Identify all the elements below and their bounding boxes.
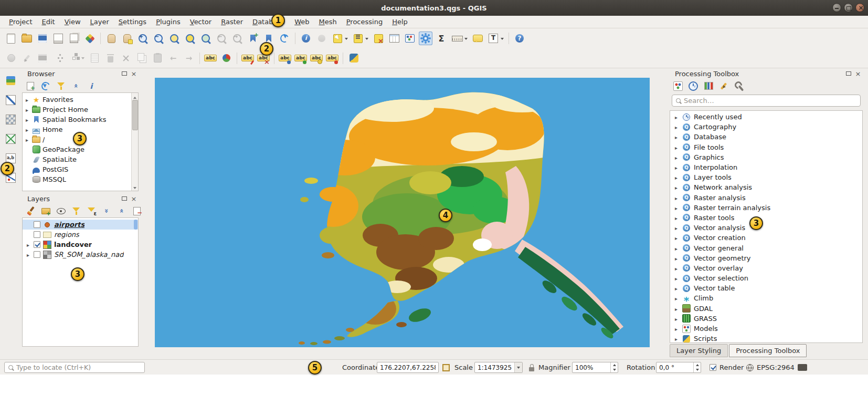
chevron-right-icon[interactable] bbox=[673, 315, 679, 323]
map-canvas[interactable] bbox=[155, 78, 650, 347]
processing-group-gdal[interactable]: GDAL bbox=[670, 304, 862, 314]
chevron-right-icon[interactable] bbox=[24, 126, 30, 133]
spin-up-icon[interactable] bbox=[694, 362, 701, 368]
new-spatial-bookmark-icon[interactable] bbox=[246, 32, 260, 45]
chevron-right-icon[interactable] bbox=[673, 335, 679, 342]
close-icon[interactable] bbox=[855, 3, 864, 12]
browser-item-geopackage[interactable]: GeoPackage bbox=[23, 144, 138, 154]
filter-browser-icon[interactable] bbox=[56, 81, 66, 91]
browser-item-mssql[interactable]: MSSQL bbox=[23, 174, 138, 184]
dropdown-arrow-icon[interactable] bbox=[364, 32, 369, 45]
locate-input[interactable] bbox=[16, 364, 141, 371]
zoom-out-icon[interactable] bbox=[152, 32, 165, 45]
chevron-right-icon[interactable] bbox=[673, 224, 679, 232]
refresh-browser-icon[interactable] bbox=[40, 81, 51, 91]
add-feature-icon[interactable] bbox=[51, 51, 65, 65]
pan-map-icon[interactable] bbox=[104, 32, 118, 45]
dropdown-arrow-icon[interactable] bbox=[344, 32, 349, 45]
scroll-down-icon[interactable] bbox=[132, 184, 139, 191]
processing-group-scripts[interactable]: Scripts bbox=[670, 334, 862, 343]
layer-item-regions[interactable]: regions bbox=[23, 230, 138, 240]
menu-project[interactable]: Project bbox=[4, 16, 37, 27]
chevron-right-icon[interactable] bbox=[673, 254, 679, 262]
models-icon[interactable] bbox=[673, 81, 683, 91]
chevron-right-icon[interactable] bbox=[673, 173, 679, 181]
open-data-source-manager-icon[interactable] bbox=[4, 74, 17, 87]
tab-layer-styling[interactable]: Layer Styling bbox=[670, 344, 728, 357]
chevron-right-icon[interactable] bbox=[673, 305, 679, 313]
processing-group-vector-general[interactable]: Vector general bbox=[670, 243, 862, 253]
show-hide-labels-icon[interactable] bbox=[278, 51, 292, 65]
zoom-to-native-resolution-icon[interactable] bbox=[199, 32, 213, 45]
spin-up-icon[interactable] bbox=[611, 362, 618, 368]
processing-toolbox-icon[interactable] bbox=[419, 32, 432, 45]
coordinate-input[interactable] bbox=[377, 362, 439, 373]
dropdown-arrow-icon[interactable] bbox=[463, 32, 469, 45]
processing-group-grass[interactable]: GRASS bbox=[670, 314, 862, 324]
locate-bar[interactable] bbox=[4, 362, 145, 373]
modify-attributes-icon[interactable] bbox=[88, 51, 101, 65]
rotation-input[interactable] bbox=[657, 364, 693, 371]
magnifier-spinbox[interactable] bbox=[572, 362, 618, 373]
change-label-icon[interactable] bbox=[325, 51, 339, 65]
lock-icon[interactable] bbox=[529, 367, 534, 371]
edit-features-in-place-icon[interactable] bbox=[718, 81, 729, 91]
magnifier-input[interactable] bbox=[573, 364, 610, 371]
spin-down-icon[interactable] bbox=[694, 368, 701, 373]
scroll-up-icon[interactable] bbox=[132, 93, 139, 99]
rotate-label-icon[interactable] bbox=[310, 51, 323, 65]
statistical-summary-icon[interactable] bbox=[435, 32, 448, 45]
chevron-right-icon[interactable] bbox=[673, 234, 679, 242]
browser-item-spatialite[interactable]: SpatiaLite bbox=[23, 154, 138, 164]
open-layer-styling-icon[interactable] bbox=[25, 206, 36, 216]
menu-web[interactable]: Web bbox=[290, 16, 314, 27]
chevron-right-icon[interactable] bbox=[673, 284, 679, 292]
dropdown-arrow-icon[interactable] bbox=[80, 51, 86, 65]
chevron-right-icon[interactable] bbox=[673, 274, 679, 282]
menu-raster[interactable]: Raster bbox=[216, 16, 248, 27]
menu-help[interactable]: Help bbox=[387, 16, 412, 27]
layer-visibility-checkbox[interactable] bbox=[34, 251, 40, 258]
collapse-all-icon[interactable] bbox=[71, 81, 81, 91]
chevron-right-icon[interactable] bbox=[673, 133, 679, 141]
titlebar[interactable]: documentation3.qgs - QGIS bbox=[0, 0, 868, 16]
layer-labeling-options-icon[interactable] bbox=[204, 51, 217, 65]
show-layout-manager-icon[interactable] bbox=[67, 32, 81, 45]
processing-group-vector-analysis[interactable]: Vector analysis bbox=[670, 223, 862, 233]
processing-group-vector-selection[interactable]: Vector selection bbox=[670, 273, 862, 283]
processing-group-cartography[interactable]: Cartography bbox=[670, 122, 862, 132]
dropdown-arrow-icon[interactable] bbox=[514, 362, 522, 372]
open-attribute-table-icon[interactable] bbox=[387, 32, 401, 45]
render-toggle[interactable]: Render bbox=[710, 362, 744, 373]
processing-group-layer-tools[interactable]: Layer tools bbox=[670, 172, 862, 182]
processing-group-raster-tools[interactable]: Raster tools bbox=[670, 213, 862, 223]
processing-group-raster-analysis[interactable]: Raster analysis bbox=[670, 193, 862, 203]
layer-diagram-options-icon[interactable] bbox=[219, 51, 233, 65]
extents-icon[interactable] bbox=[442, 364, 450, 371]
copy-features-icon[interactable] bbox=[135, 51, 149, 65]
python-console-icon[interactable] bbox=[347, 51, 361, 65]
processing-group-vector-geometry[interactable]: Vector geometry bbox=[670, 253, 862, 263]
deselect-features-icon[interactable] bbox=[372, 32, 385, 45]
menu-plugins[interactable]: Plugins bbox=[151, 16, 185, 27]
style-manager-icon[interactable] bbox=[83, 32, 97, 45]
chevron-right-icon[interactable] bbox=[673, 264, 679, 272]
scale-combobox[interactable] bbox=[474, 362, 523, 373]
properties-icon[interactable] bbox=[86, 81, 97, 91]
new-project-icon[interactable] bbox=[4, 32, 18, 45]
processing-group-models[interactable]: Models bbox=[670, 324, 862, 334]
processing-group-raster-terrain-analysis[interactable]: Raster terrain analysis bbox=[670, 203, 862, 213]
dropdown-arrow-icon[interactable] bbox=[500, 32, 505, 45]
close-panel-icon[interactable] bbox=[130, 195, 137, 202]
layer-visibility-checkbox[interactable] bbox=[34, 221, 40, 228]
save-layer-edits-icon[interactable] bbox=[36, 51, 49, 65]
menu-vector[interactable]: Vector bbox=[185, 16, 216, 27]
search-input[interactable] bbox=[684, 97, 856, 105]
float-panel-icon[interactable] bbox=[121, 195, 128, 202]
minimize-icon[interactable] bbox=[832, 3, 841, 12]
processing-group-vector-overlay[interactable]: Vector overlay bbox=[670, 263, 862, 273]
scrollbar-handle[interactable] bbox=[132, 100, 138, 130]
help-icon[interactable] bbox=[513, 32, 526, 45]
float-panel-icon[interactable] bbox=[845, 70, 852, 77]
processing-group-vector-table[interactable]: Vector table bbox=[670, 283, 862, 293]
